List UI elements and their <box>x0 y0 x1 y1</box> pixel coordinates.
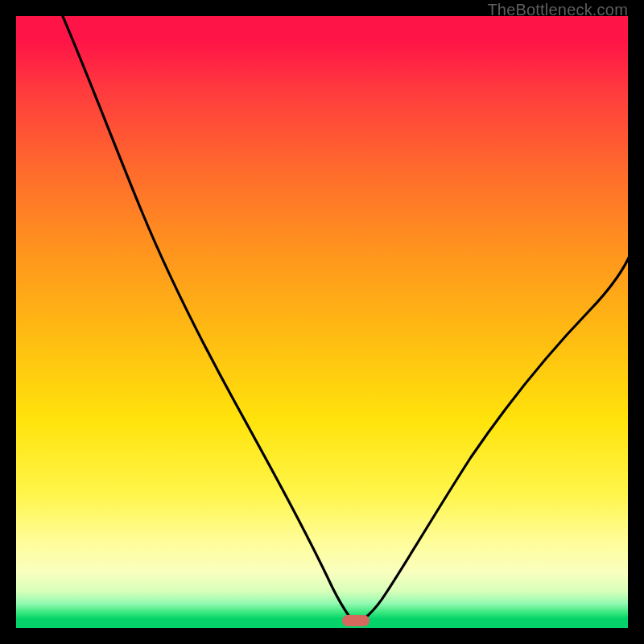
background-gradient <box>16 16 628 628</box>
plot-area <box>16 16 628 628</box>
chart-frame: TheBottleneck.com <box>0 0 644 644</box>
optimal-marker <box>342 615 369 626</box>
watermark-text: TheBottleneck.com <box>487 1 628 19</box>
